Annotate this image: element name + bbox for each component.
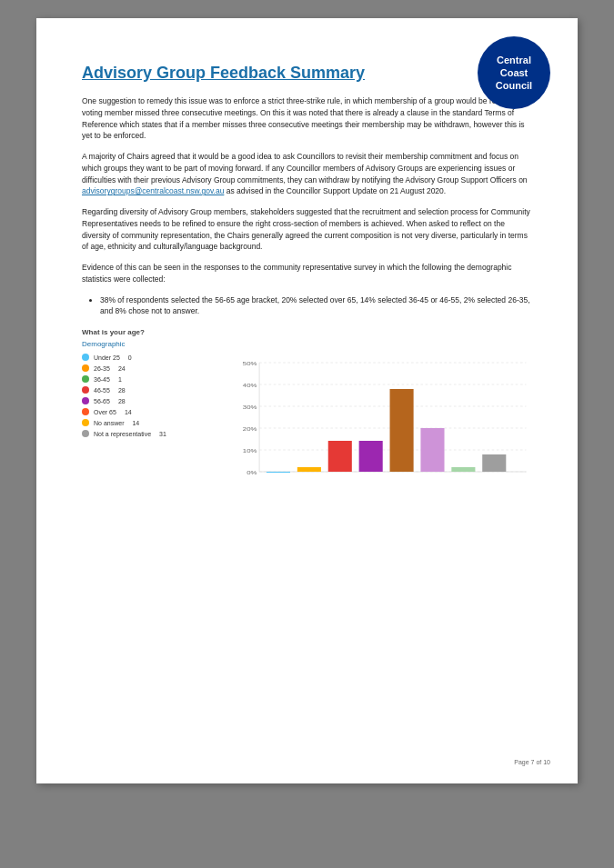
chart-container: Under 25026-352436-45146-552856-6528Over…: [82, 354, 532, 499]
chart-legend: Under 25026-352436-45146-552856-6528Over…: [82, 354, 209, 499]
legend-item: 56-6528: [82, 397, 209, 404]
legend-value: 0: [128, 354, 132, 361]
logo-line2: Coast: [500, 66, 528, 79]
legend-label: Under 25: [94, 354, 120, 361]
logo-line3: Council: [496, 79, 532, 92]
paragraph-4: Evidence of this can be seen in the resp…: [82, 262, 532, 285]
svg-text:0%: 0%: [247, 470, 257, 475]
legend-label: No answer: [94, 420, 124, 426]
paragraph-2: A majority of Chairs agreed that it woul…: [82, 151, 532, 197]
svg-rect-21: [482, 454, 506, 472]
legend-label: 46-55: [94, 387, 110, 394]
chart-subtitle: Demographic: [82, 340, 532, 348]
bullet-list: 38% of respondents selected the 56-65 ag…: [100, 294, 532, 318]
legend-item: Over 6514: [82, 408, 209, 415]
logo-line1: Central: [497, 54, 531, 66]
legend-dot: [82, 430, 89, 437]
legend-dot: [82, 408, 89, 415]
legend-item: 36-451: [82, 375, 209, 383]
legend-item: No answer14: [82, 419, 209, 426]
legend-value: 14: [125, 409, 132, 415]
legend-value: 31: [159, 431, 166, 437]
email-link[interactable]: advisorygroups@centralcoast.nsw.gov.au: [82, 186, 224, 195]
legend-dot: [82, 364, 89, 372]
legend-item: Under 250: [82, 354, 209, 361]
chart-title: What is your age?: [82, 328, 532, 336]
council-logo: Central Coast Council: [478, 36, 550, 109]
legend-item: 46-5528: [82, 386, 209, 394]
bar-chart-svg: 0% 10% 20% 30% 40% 50%: [224, 354, 532, 499]
legend-dot: [82, 386, 89, 394]
svg-text:20%: 20%: [243, 426, 257, 432]
legend-item: Not a representative31: [82, 430, 209, 437]
svg-text:50%: 50%: [243, 361, 257, 366]
legend-dot: [82, 397, 89, 404]
svg-rect-16: [328, 441, 352, 472]
legend-value: 28: [118, 387, 126, 394]
svg-rect-17: [359, 441, 383, 472]
document-page: Central Coast Council Advisory Group Fee…: [36, 18, 578, 783]
legend-label: Over 65: [94, 409, 116, 415]
chart-section: What is your age? Demographic Under 2502…: [82, 328, 532, 499]
svg-text:10%: 10%: [243, 448, 257, 454]
bar-chart-area: 0% 10% 20% 30% 40% 50%: [224, 354, 532, 499]
legend-value: 1: [118, 376, 122, 383]
svg-rect-18: [390, 389, 414, 472]
legend-value: 28: [118, 398, 126, 404]
legend-dot: [82, 419, 89, 426]
svg-rect-15: [297, 467, 321, 472]
svg-rect-14: [267, 472, 290, 473]
legend-label: 36-45: [94, 376, 110, 383]
bullet-item-1: 38% of respondents selected the 56-65 ag…: [100, 294, 532, 318]
legend-item: 26-3524: [82, 364, 209, 372]
svg-text:30%: 30%: [243, 404, 257, 410]
svg-rect-20: [451, 467, 475, 472]
paragraph-3: Regarding diversity of Advisory Group me…: [82, 206, 532, 253]
svg-rect-19: [420, 428, 444, 472]
svg-text:40%: 40%: [243, 383, 257, 388]
legend-label: 26-35: [94, 365, 110, 372]
legend-label: Not a representative: [94, 431, 151, 437]
page-title: Advisory Group Feedback Summary: [82, 64, 532, 83]
legend-value: 24: [118, 365, 126, 372]
legend-dot: [82, 375, 89, 383]
page-number: Page 7 of 10: [514, 759, 550, 765]
legend-dot: [82, 354, 89, 361]
legend-label: 56-65: [94, 398, 110, 404]
paragraph-1: One suggestion to remedy this issue was …: [82, 95, 532, 142]
legend-value: 14: [132, 420, 139, 426]
